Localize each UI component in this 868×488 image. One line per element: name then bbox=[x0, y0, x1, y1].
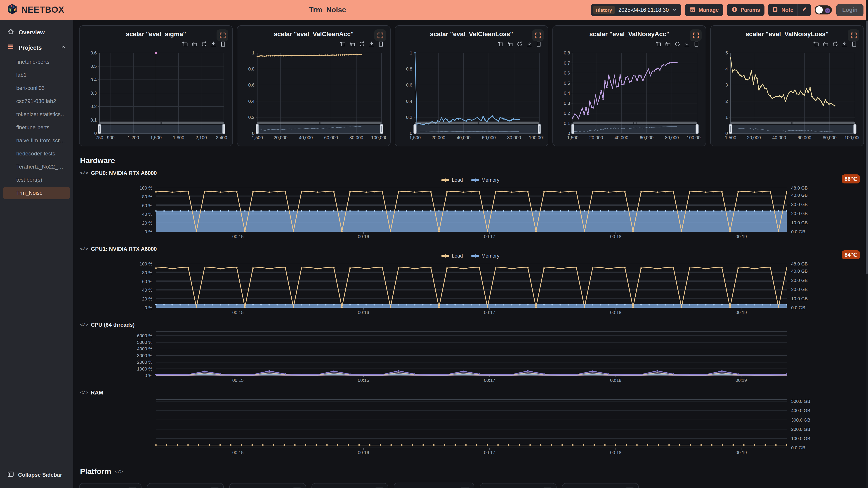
legend-item-memory[interactable]: Memory bbox=[471, 253, 499, 258]
log-icon[interactable] bbox=[536, 41, 541, 47]
restore-icon[interactable] bbox=[665, 41, 671, 47]
time-tick-label: 00:16 bbox=[358, 450, 369, 455]
chart-title: scalar "eval_ValNoisyLoss" bbox=[715, 29, 859, 37]
chart-card-head: scalar "eval_ValCleanLoss" bbox=[400, 29, 544, 37]
legend-item-load[interactable]: Load bbox=[441, 253, 463, 258]
left-axis-tick-label: 0 % bbox=[145, 373, 153, 378]
x-axis-tick-label: 80,000 bbox=[507, 135, 521, 140]
fullscreen-button[interactable] bbox=[690, 29, 702, 41]
left-axis-tick-label: 5000 % bbox=[137, 340, 152, 345]
copy-button[interactable] bbox=[292, 487, 302, 488]
fullscreen-button[interactable] bbox=[532, 29, 544, 41]
left-axis-tick-label: 3000 % bbox=[137, 353, 152, 358]
left-axis-tick-label: 100 % bbox=[140, 262, 152, 266]
brush-window[interactable] bbox=[573, 125, 697, 133]
sidebar-project-item[interactable]: test bert(s) bbox=[3, 173, 70, 186]
zoom-box-icon[interactable] bbox=[655, 41, 661, 47]
legend-item-memory[interactable]: Memory bbox=[471, 177, 499, 183]
sidebar-project-item[interactable]: finetune-berts bbox=[3, 121, 70, 134]
sidebar-project-item[interactable]: finetune-berts bbox=[3, 56, 70, 68]
theme-toggle[interactable] bbox=[815, 5, 832, 14]
collapse-sidebar-button[interactable]: Collapse Sidebar bbox=[2, 467, 71, 483]
restore-icon[interactable] bbox=[349, 41, 355, 47]
x-axis-tick-label: 40,000 bbox=[457, 135, 470, 140]
chart-toolbar bbox=[498, 41, 541, 47]
log-icon[interactable] bbox=[693, 41, 700, 47]
sidebar-project-item[interactable]: hedecoder-tests bbox=[3, 147, 70, 160]
sidebar-item-overview[interactable]: Overview bbox=[2, 24, 71, 40]
page-scrollbar-thumb[interactable] bbox=[866, 21, 868, 274]
log-icon[interactable] bbox=[851, 41, 857, 47]
sidebar-item-projects[interactable]: Projects bbox=[2, 40, 71, 55]
download-icon[interactable] bbox=[526, 41, 532, 47]
copy-button[interactable] bbox=[127, 487, 137, 488]
page-scrollbar-track[interactable] bbox=[866, 0, 868, 488]
platform-card-head: Machine type bbox=[147, 484, 223, 488]
copy-button[interactable] bbox=[210, 487, 220, 488]
hardware-name: GPU0: NVIDIA RTX A6000 bbox=[91, 170, 157, 176]
zoom-box-icon[interactable] bbox=[813, 41, 819, 47]
download-icon[interactable] bbox=[368, 41, 374, 47]
zoom-box-icon[interactable] bbox=[340, 41, 346, 47]
brush-window[interactable] bbox=[99, 125, 224, 133]
sidebar-project-item[interactable]: naive-llm-from-scratch bbox=[3, 134, 70, 147]
note-button[interactable]: Note bbox=[768, 6, 798, 14]
fullscreen-button[interactable] bbox=[848, 29, 860, 41]
manage-button[interactable]: Manage bbox=[685, 4, 723, 16]
neetbox-logo[interactable]: NEETBOX bbox=[4, 3, 64, 17]
brush-window[interactable] bbox=[731, 125, 855, 133]
login-button[interactable]: Login bbox=[836, 4, 864, 16]
copy-button[interactable] bbox=[460, 487, 470, 488]
download-icon[interactable] bbox=[842, 41, 848, 47]
sidebar-project-item[interactable]: bert-conll03 bbox=[3, 82, 70, 94]
chart-plot: 1,50020,00040,00060,00080,000100,0000123… bbox=[715, 49, 859, 143]
history-dropdown[interactable]: History 2025-04-16 21:18:30 bbox=[591, 4, 681, 16]
x-axis-tick-label: 1,500 bbox=[725, 135, 736, 140]
right-axis-tick-label: 500.0 GB bbox=[791, 399, 810, 404]
restore-icon[interactable] bbox=[192, 41, 197, 47]
scalar-plot-svg: 1,50020,00040,00060,00080,000100,0000123… bbox=[715, 49, 859, 141]
page-title: Trm_Noise bbox=[309, 6, 346, 14]
zoom-box-icon[interactable] bbox=[498, 41, 504, 47]
sidebar-project-item[interactable]: lab1 bbox=[3, 69, 70, 81]
edit-note-button[interactable] bbox=[798, 4, 811, 16]
refresh-icon[interactable] bbox=[517, 41, 523, 47]
x-axis-tick-label: 20,000 bbox=[747, 135, 761, 140]
legend-item-load[interactable]: Load bbox=[441, 177, 463, 183]
sidebar-project-item[interactable]: Terahertz_No22_Gl261_gl... bbox=[3, 160, 70, 173]
gpu-temperature-badge: 86℃ bbox=[842, 174, 860, 184]
log-icon[interactable] bbox=[378, 41, 384, 47]
download-icon[interactable] bbox=[684, 41, 690, 47]
y-axis-tick-label: 0.4 bbox=[406, 99, 412, 104]
x-axis-tick-label: 100,000 bbox=[687, 135, 701, 140]
sidebar-project-item[interactable]: tokenizer statistics llama... bbox=[3, 108, 70, 121]
restore-icon[interactable] bbox=[823, 41, 829, 47]
chevron-up-icon bbox=[61, 44, 66, 51]
chart-card-head: scalar "eval_ValCleanAcc" bbox=[242, 29, 385, 37]
download-icon[interactable] bbox=[211, 41, 217, 47]
copy-button[interactable] bbox=[374, 487, 384, 488]
params-button[interactable]: Params bbox=[727, 4, 765, 16]
x-axis-tick-label: 80,000 bbox=[823, 135, 837, 140]
time-tick-label: 00:17 bbox=[484, 378, 495, 383]
refresh-icon[interactable] bbox=[201, 41, 207, 47]
zoom-box-icon[interactable] bbox=[182, 41, 188, 47]
copy-button[interactable] bbox=[625, 487, 635, 488]
time-tick-label: 00:17 bbox=[484, 234, 495, 239]
x-axis-tick-label: 100,000 bbox=[844, 135, 859, 140]
refresh-icon[interactable] bbox=[359, 41, 365, 47]
brush-window[interactable] bbox=[415, 125, 539, 133]
refresh-icon[interactable] bbox=[675, 41, 680, 47]
refresh-icon[interactable] bbox=[832, 41, 838, 47]
log-icon[interactable] bbox=[220, 41, 226, 47]
fullscreen-button[interactable] bbox=[217, 29, 228, 41]
x-axis-tick-label: 80,000 bbox=[665, 135, 679, 140]
copy-button[interactable] bbox=[542, 487, 553, 488]
sidebar-project-item[interactable]: Trm_Noise bbox=[3, 187, 70, 199]
fullscreen-button[interactable] bbox=[374, 29, 386, 41]
hardware-name: RAM bbox=[91, 390, 103, 396]
neetbox-app: NEETBOX Trm_Noise History 2025-04-16 21:… bbox=[0, 0, 868, 488]
restore-icon[interactable] bbox=[507, 41, 513, 47]
manage-label: Manage bbox=[699, 7, 719, 13]
sidebar-project-item[interactable]: csc791-030 lab2 bbox=[3, 95, 70, 107]
